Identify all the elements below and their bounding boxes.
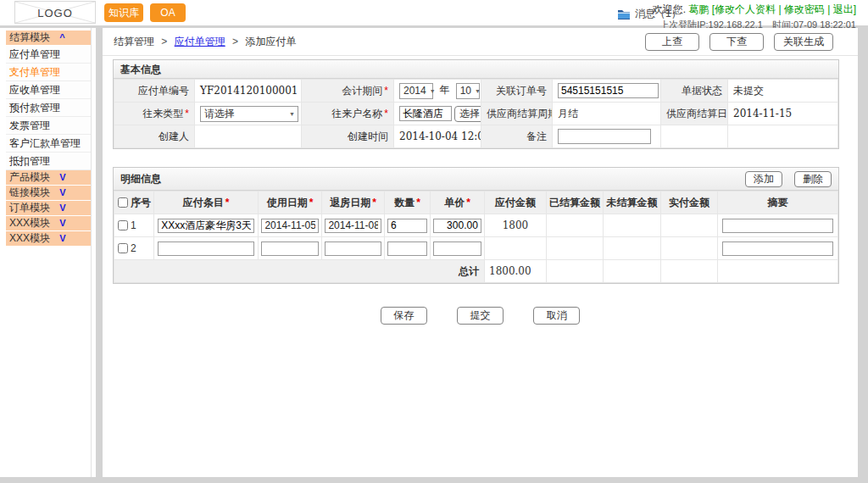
prev-button[interactable]: 上查: [645, 33, 699, 51]
partner-type-label: 往来类型*: [114, 103, 195, 125]
menu-item-label: 预付款管理: [9, 102, 60, 114]
sidebar-module-xxx-2[interactable]: XXX模块 V: [6, 231, 91, 246]
use-date-input[interactable]: [261, 242, 318, 256]
col-summary: 摘要: [718, 192, 838, 214]
select-caret-icon: ▼: [430, 88, 436, 94]
price-input[interactable]: [433, 219, 481, 233]
save-button[interactable]: 保存: [381, 307, 427, 325]
row-checkbox[interactable]: [118, 243, 128, 253]
submit-button[interactable]: 提交: [457, 307, 504, 325]
sidebar-item-receivable-mgmt[interactable]: 应收单管理: [6, 81, 91, 99]
qty-input[interactable]: [387, 242, 427, 256]
module-label: 结算模块: [9, 31, 50, 43]
select-caret-icon: ▼: [475, 88, 481, 94]
module-label: XXX模块: [9, 217, 50, 229]
sidebar-item-prepayment-mgmt[interactable]: 预付款管理: [6, 99, 91, 117]
breadcrumb-payable-link[interactable]: 应付单管理: [175, 36, 225, 47]
col-seq: 序号: [114, 192, 154, 214]
price-cell: [431, 214, 485, 237]
required-mark: *: [416, 197, 420, 208]
related-order-cell: [553, 80, 661, 103]
welcome-prefix: 欢迎您.: [653, 3, 686, 15]
related-generate-button[interactable]: 关联生成: [774, 33, 833, 51]
module-label: 产品模块: [9, 171, 50, 183]
accounting-period-label: 会计期间*: [302, 80, 394, 103]
price-input[interactable]: [433, 242, 481, 256]
row-seq-cell: 2: [114, 237, 154, 260]
creator-label: 创建人: [114, 125, 195, 148]
payable-item-input[interactable]: [158, 242, 253, 256]
logo-text: LOGO: [15, 7, 95, 19]
add-row-button[interactable]: 添加: [745, 171, 782, 187]
use-date-input[interactable]: [261, 219, 318, 233]
sidebar-module-xxx-1[interactable]: XXX模块 V: [6, 216, 91, 230]
create-time-value: 2014-10-04 12:01:01: [394, 125, 481, 148]
breadcrumb-separator: >: [161, 36, 167, 47]
bracket-close: ]: [854, 3, 856, 15]
sidebar: 结算模块 ^ 应付单管理 支付单管理 应收单管理 预付款管理 发票管理 客户汇款…: [0, 28, 96, 477]
main-panel: 结算管理 > 应付单管理 > 添加应付单 上查 下查 关联生成 基本信息 应付单…: [103, 28, 858, 477]
summary-input[interactable]: [722, 219, 834, 233]
sidebar-item-deduction-mgmt[interactable]: 抵扣管理: [6, 153, 91, 170]
month-select[interactable]: 10▼: [456, 83, 480, 99]
basic-info-title: 基本信息: [114, 60, 838, 79]
next-button[interactable]: 下查: [709, 33, 764, 51]
row-checkbox[interactable]: [118, 220, 128, 230]
change-password-link[interactable]: 修改密码: [784, 3, 825, 15]
item-cell: [154, 237, 259, 260]
col-use-date: 使用日期*: [259, 192, 322, 214]
partner-name-input[interactable]: [399, 106, 452, 121]
basic-info-section: 基本信息 应付单编号 YF2014120100001 会计期间* 2014▼ 年…: [113, 59, 839, 149]
oa-button[interactable]: OA: [150, 3, 186, 22]
payable-item-input[interactable]: [158, 219, 253, 233]
sidebar-module-link[interactable]: 链接模块 V: [6, 186, 91, 200]
menu-item-label: 应付单管理: [9, 48, 60, 60]
breadcrumb-current: 添加应付单: [245, 36, 296, 47]
detail-row-1: 1 1800: [114, 214, 838, 237]
unsettled-amount-value: [604, 214, 661, 237]
delete-row-button[interactable]: 删除: [794, 171, 832, 187]
select-all-checkbox[interactable]: [118, 197, 128, 208]
remark-label: 备注: [481, 125, 553, 148]
choose-button[interactable]: 选择: [454, 106, 481, 122]
empty-cell: [604, 260, 661, 283]
empty-cell: [718, 260, 838, 283]
unsettled-amount-value: [604, 237, 661, 260]
sidebar-module-product[interactable]: 产品模块 V: [6, 170, 91, 185]
breadcrumb-settlement: 结算管理: [114, 36, 154, 47]
item-cell: [154, 214, 259, 237]
summary-input[interactable]: [722, 242, 834, 256]
doc-status-label: 单据状态: [661, 80, 728, 103]
sidebar-item-invoice-mgmt[interactable]: 发票管理: [6, 117, 91, 135]
sidebar-module-settlement[interactable]: 结算模块 ^: [6, 31, 91, 45]
sidebar-item-payable-mgmt[interactable]: 应付单管理: [6, 46, 91, 64]
payable-amount-value: 1800: [485, 214, 547, 237]
edit-profile-link[interactable]: 修改个人资料: [715, 3, 776, 15]
checkout-date-input[interactable]: [325, 219, 381, 233]
summary-cell: [718, 237, 838, 260]
detail-row-2: 2: [114, 237, 838, 260]
qty-cell: [385, 214, 431, 237]
related-order-input[interactable]: [558, 83, 659, 98]
qty-input[interactable]: [387, 219, 427, 233]
remark-input[interactable]: [558, 129, 651, 144]
welcome-area: 欢迎您. 葛鹏 [修改个人资料 | 修改密码 | 退出] 上次登陆IP:192.…: [653, 3, 856, 31]
logout-link[interactable]: 退出: [833, 3, 854, 15]
checkout-date-input[interactable]: [325, 242, 381, 256]
year-select[interactable]: 2014▼: [399, 83, 433, 99]
knowledge-base-button[interactable]: 知识库: [104, 3, 143, 22]
detail-header-row: 序号 应付条目* 使用日期* 退房日期* 数量* 单价* 应付金额 已结算金额 …: [114, 192, 838, 214]
menu-item-label: 客户汇款单管理: [9, 137, 81, 149]
sidebar-item-customer-remittance-mgmt[interactable]: 客户汇款单管理: [6, 135, 91, 153]
doc-status-value: 未提交: [728, 80, 838, 103]
detail-table: 序号 应付条目* 使用日期* 退房日期* 数量* 单价* 应付金额 已结算金额 …: [114, 191, 838, 283]
partner-type-select[interactable]: 请选择▼: [200, 106, 298, 122]
supplier-date-label: 供应商结算日: [661, 103, 728, 125]
paid-amount-value: [661, 214, 718, 237]
settled-amount-value: [547, 214, 604, 237]
sidebar-module-order[interactable]: 订单模块 V: [6, 201, 91, 215]
col-settled-amount: 已结算金额: [547, 192, 604, 214]
sidebar-item-payment-mgmt[interactable]: 支付单管理: [6, 64, 91, 81]
supplier-date-value: 2014-11-15: [728, 103, 838, 125]
cancel-button[interactable]: 取消: [533, 307, 580, 325]
